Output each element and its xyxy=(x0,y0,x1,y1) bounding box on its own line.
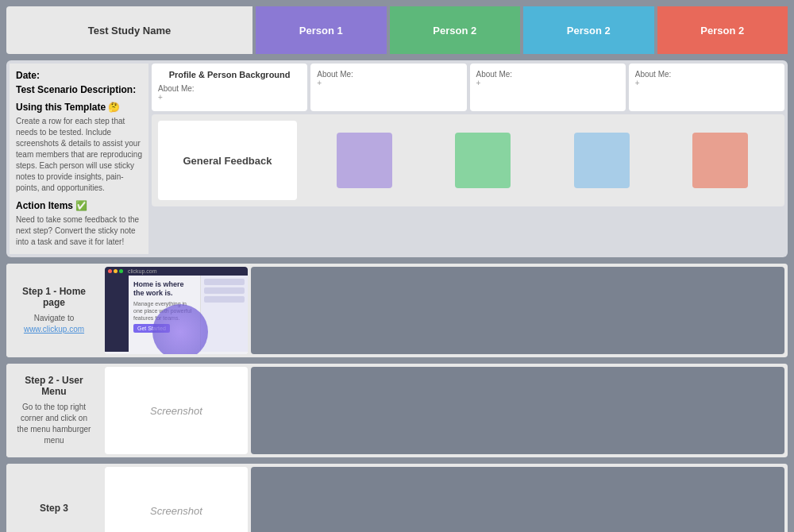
step3-info: Step 3 xyxy=(6,464,102,532)
feedback-text: General Feedback xyxy=(183,155,272,167)
template-desc: Create a row for each step that needs to… xyxy=(16,116,142,194)
about-me-label-0: About Me: xyxy=(158,84,301,93)
main-container: Test Study Name Person 1 Person 2 Person… xyxy=(0,0,794,532)
clickup-sidebar xyxy=(105,276,129,352)
sticky-wrapper-1 xyxy=(426,125,542,196)
step2-section: Step 2 - User Menu Go to the top right c… xyxy=(6,364,788,457)
person2b-label: Person 2 xyxy=(567,25,611,37)
about-me-value-1: + xyxy=(317,79,460,87)
header-row: Test Study Name Person 1 Person 2 Person… xyxy=(6,6,788,54)
header-person2c: Person 2 xyxy=(657,6,788,54)
scenario-label: Test Scenario Description: xyxy=(16,84,142,95)
sticky-wrapper-2 xyxy=(544,125,660,196)
panel-bar-1 xyxy=(204,279,245,285)
date-label: Date: xyxy=(16,70,142,81)
sticky-note-green[interactable] xyxy=(455,133,511,188)
step3-screenshot: Screenshot xyxy=(105,467,248,532)
about-me-value-3: + xyxy=(635,79,778,87)
header-person2a: Person 2 xyxy=(390,6,521,54)
clickup-topbar: clickup.com xyxy=(105,267,248,276)
header-person2b: Person 2 xyxy=(523,6,654,54)
step3-title: Step 3 xyxy=(14,503,94,514)
panel-bar-3 xyxy=(204,296,245,303)
profile-card-0: Profile & Person Background About Me: + xyxy=(152,64,307,111)
dot-yellow xyxy=(114,269,118,273)
step1-link[interactable]: www.clickup.com xyxy=(24,325,84,333)
step2-title: Step 2 - User Menu xyxy=(14,375,94,397)
about-me-label-2: About Me: xyxy=(476,70,619,79)
profile-card-2: About Me: + xyxy=(470,64,626,111)
person1-label: Person 1 xyxy=(299,25,343,37)
feedback-label: General Feedback xyxy=(158,121,297,200)
action-desc: Need to take some feedback to the next s… xyxy=(16,214,142,248)
sticky-wrapper-3 xyxy=(663,125,779,196)
step2-screenshot: Screenshot xyxy=(105,367,248,454)
step2-empty-area xyxy=(251,367,784,454)
step1-title: Step 1 - Home page xyxy=(14,286,94,308)
profile-card-1: About Me: + xyxy=(310,64,466,111)
profile-card-3: About Me: + xyxy=(629,64,784,111)
clickup-headline: Home is where the work is. xyxy=(133,280,195,298)
profile-card-title-0: Profile & Person Background xyxy=(158,70,301,79)
about-me-value-2: + xyxy=(476,79,619,87)
step3-empty-area xyxy=(251,467,784,532)
step2-info: Step 2 - User Menu Go to the top right c… xyxy=(6,364,102,457)
step1-info: Step 1 - Home page Navigate to www.click… xyxy=(6,264,102,357)
dot-red xyxy=(108,269,112,273)
sticky-note-blue[interactable] xyxy=(574,133,630,188)
step3-section: Step 3 Screenshot xyxy=(6,464,788,532)
about-me-label-3: About Me: xyxy=(635,70,778,79)
step3-screenshot-placeholder: Screenshot xyxy=(150,505,202,517)
feedback-sticky-area xyxy=(303,118,781,203)
feedback-row: General Feedback xyxy=(152,114,784,206)
clickup-main: Home is where the work is. Manage everyt… xyxy=(129,276,200,352)
action-label: Action Items ✅ xyxy=(16,200,142,211)
sticky-note-coral[interactable] xyxy=(692,133,748,188)
step1-desc: Navigate to www.clickup.com xyxy=(14,313,94,335)
person2a-label: Person 2 xyxy=(433,25,476,37)
study-title-cell: Test Study Name xyxy=(6,6,252,54)
clickup-url: clickup.com xyxy=(128,268,157,274)
panel-bar-2 xyxy=(204,287,245,294)
person2c-label: Person 2 xyxy=(700,25,744,37)
about-me-value-0: + xyxy=(158,93,301,102)
template-label: Using this Template 🤔 xyxy=(16,102,142,113)
clickup-blob xyxy=(152,304,208,354)
profile-cards-row: Profile & Person Background About Me: + … xyxy=(152,64,784,111)
step1-screenshot: clickup.com Home is where the work is. M… xyxy=(105,267,248,354)
step1-empty-area xyxy=(251,267,784,354)
step2-screenshot-placeholder: Screenshot xyxy=(150,405,202,417)
sticky-wrapper-0 xyxy=(306,125,422,196)
about-me-label-1: About Me: xyxy=(317,70,460,79)
step2-desc: Go to the top right corner and click on … xyxy=(14,402,94,446)
sticky-note-purple[interactable] xyxy=(337,133,392,188)
clickup-right-panel xyxy=(200,276,248,352)
dot-green xyxy=(119,269,123,273)
header-person1: Person 1 xyxy=(256,6,387,54)
step1-section: Step 1 - Home page Navigate to www.click… xyxy=(6,264,788,357)
clickup-layout: Home is where the work is. Manage everyt… xyxy=(105,276,248,352)
study-title: Test Study Name xyxy=(88,25,172,37)
sidebar-info: Date: Test Scenario Description: Using t… xyxy=(10,64,148,254)
